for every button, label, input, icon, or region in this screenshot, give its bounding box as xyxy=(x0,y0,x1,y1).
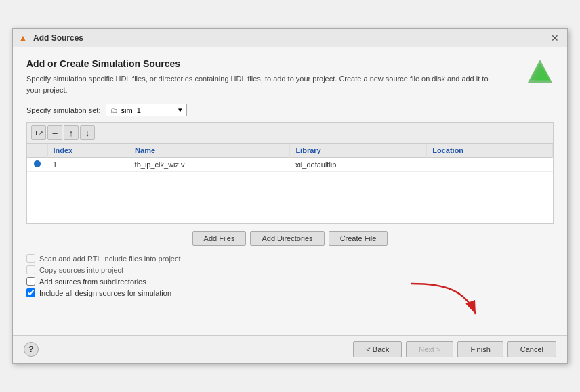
move-up-button[interactable]: ↑ xyxy=(64,125,79,140)
add-sub-icon: ↗ xyxy=(39,130,43,136)
header-text: Add or Create Simulation Sources Specify… xyxy=(26,58,520,95)
row-extra xyxy=(539,158,553,172)
add-sources-dialog: ▲ Add Sources ✕ Add or Create Simulation… xyxy=(12,28,568,364)
next-button[interactable]: Next > xyxy=(406,341,453,357)
col-index: Index xyxy=(47,144,129,158)
include-design-sources-checkbox[interactable] xyxy=(26,288,35,297)
dialog-content: Add or Create Simulation Sources Specify… xyxy=(13,47,567,335)
sim-set-dropdown-icon: ▾ xyxy=(178,106,182,114)
up-icon: ↑ xyxy=(69,128,74,138)
footer-left: ? xyxy=(24,342,39,357)
move-down-button[interactable]: ↓ xyxy=(80,125,95,140)
scan-rtl-label: Scan and add RTL include files into proj… xyxy=(39,255,181,263)
option-row-1: Scan and add RTL include files into proj… xyxy=(26,254,554,263)
down-icon: ↓ xyxy=(85,128,90,138)
table-row[interactable]: 1 tb_ip_clk_wiz.v xil_defaultlib xyxy=(27,158,553,172)
sim-set-folder-icon: 🗂 xyxy=(110,106,118,114)
status-dot xyxy=(34,160,41,167)
file-table: Index Name Library Location 1 tb_ip_clk_… xyxy=(27,144,553,172)
add-files-button[interactable]: Add Files xyxy=(192,231,247,246)
title-bar: ▲ Add Sources ✕ xyxy=(13,29,567,47)
row-library: xil_defaultlib xyxy=(290,158,427,172)
header-area: Add or Create Simulation Sources Specify… xyxy=(26,58,554,95)
close-button[interactable]: ✕ xyxy=(548,32,562,43)
table-body: 1 tb_ip_clk_wiz.v xil_defaultlib xyxy=(27,158,553,172)
sim-set-row: Specify simulation set: 🗂 sim_1 ▾ xyxy=(26,104,554,116)
add-subdirectories-label: Add sources from subdirectories xyxy=(39,278,146,286)
red-arrow xyxy=(405,277,486,324)
sim-set-dropdown[interactable]: 🗂 sim_1 ▾ xyxy=(106,104,187,116)
finish-button[interactable]: Finish xyxy=(457,341,503,357)
arrow-container xyxy=(26,304,554,324)
dialog-icon: ▲ xyxy=(18,32,29,43)
dialog-footer: ? < Back Next > Finish Cancel xyxy=(13,335,567,363)
minus-icon: – xyxy=(52,128,57,138)
sim-set-label: Specify simulation set: xyxy=(26,106,100,114)
create-file-button[interactable]: Create File xyxy=(329,231,388,246)
footer-buttons: < Back Next > Finish Cancel xyxy=(353,341,556,357)
help-button[interactable]: ? xyxy=(24,342,39,357)
add-item-button[interactable]: +↗ xyxy=(31,125,46,140)
row-location xyxy=(427,158,539,172)
row-dot-cell xyxy=(27,158,47,172)
include-design-sources-label: Include all design sources for simulatio… xyxy=(39,289,171,297)
add-directories-button[interactable]: Add Directories xyxy=(250,231,324,246)
copy-sources-label: Copy sources into project xyxy=(39,266,123,274)
remove-item-button[interactable]: – xyxy=(47,125,62,140)
scan-rtl-checkbox[interactable] xyxy=(26,254,35,263)
col-name: Name xyxy=(129,144,290,158)
add-subdirectories-checkbox[interactable] xyxy=(26,277,35,286)
row-index: 1 xyxy=(47,158,129,172)
col-location: Location xyxy=(427,144,539,158)
subtitle: Specify simulation specific HDL files, o… xyxy=(26,73,501,95)
col-status xyxy=(27,144,47,158)
sim-set-value: sim_1 xyxy=(121,106,140,114)
file-table-container: Index Name Library Location 1 tb_ip_clk_… xyxy=(26,143,554,224)
back-button[interactable]: < Back xyxy=(353,341,402,357)
copy-sources-checkbox[interactable] xyxy=(26,265,35,274)
row-name: tb_ip_clk_wiz.v xyxy=(129,158,290,172)
action-buttons: Add Files Add Directories Create File xyxy=(26,231,554,246)
dialog-title: Add Sources xyxy=(33,33,83,43)
title-bar-left: ▲ Add Sources xyxy=(18,32,83,43)
col-extra xyxy=(539,144,553,158)
table-header-row: Index Name Library Location xyxy=(27,144,553,158)
table-toolbar: +↗ – ↑ ↓ xyxy=(26,122,554,143)
main-title: Add or Create Simulation Sources xyxy=(26,58,520,69)
vivado-logo xyxy=(526,58,554,85)
add-icon: + xyxy=(34,128,39,138)
option-row-2: Copy sources into project xyxy=(26,265,554,274)
cancel-button[interactable]: Cancel xyxy=(508,341,556,357)
col-library: Library xyxy=(290,144,427,158)
